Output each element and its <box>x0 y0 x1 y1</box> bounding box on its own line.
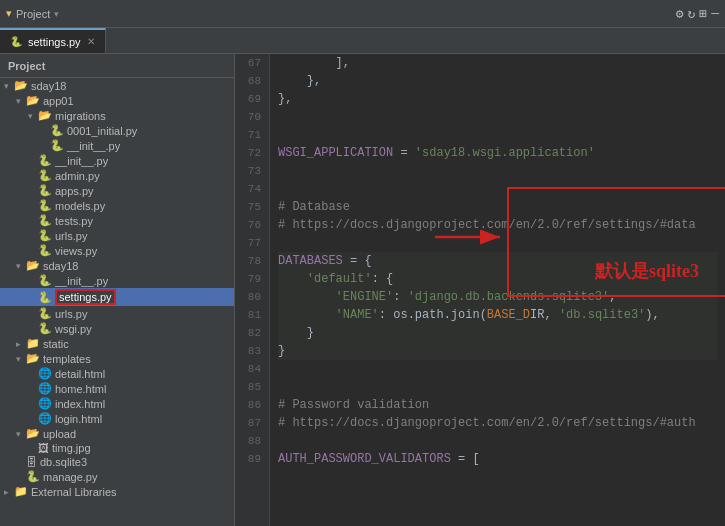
close-panel-icon[interactable]: — <box>711 6 719 22</box>
tab-settings-py[interactable]: 🐍 settings.py ✕ <box>0 28 106 53</box>
code-line: 'default': { <box>278 270 717 288</box>
tree-item-models[interactable]: 🐍models.py <box>0 198 234 213</box>
tree-file-icon: 🐍 <box>26 470 40 483</box>
line-number: 85 <box>243 378 261 396</box>
code-line: # https://docs.djangoproject.com/en/2.0/… <box>278 414 717 432</box>
sync-icon[interactable]: ↻ <box>688 6 696 22</box>
code-line: 'NAME': os.path.join(BASE_DIR, 'db.sqlit… <box>278 306 717 324</box>
tree-file-icon: 🗄 <box>26 456 37 468</box>
tree-file-icon: 🐍 <box>38 274 52 287</box>
code-area: 6768697071727374757677787980818283848586… <box>235 54 725 526</box>
dropdown-icon[interactable]: ▾ <box>54 9 59 19</box>
tree-file-icon: 📂 <box>26 259 40 272</box>
tree-item-wsgi[interactable]: 🐍wsgi.py <box>0 321 234 336</box>
line-numbers: 6768697071727374757677787980818283848586… <box>235 54 270 526</box>
tree-arrow: ▾ <box>16 261 26 271</box>
tree-file-icon: 📂 <box>26 94 40 107</box>
code-content[interactable]: ], },}, WSGI_APPLICATION = 'sday18.wsgi.… <box>270 54 725 526</box>
tree-item-label: timg.jpg <box>52 442 91 454</box>
line-number: 74 <box>243 180 261 198</box>
tree-file-icon: 🐍 <box>38 214 52 227</box>
tree-arrow: ▸ <box>4 487 14 497</box>
line-number: 76 <box>243 216 261 234</box>
tree-item-label: manage.py <box>43 471 97 483</box>
line-number: 78 <box>243 252 261 270</box>
tree-item-templates[interactable]: ▾📂templates <box>0 351 234 366</box>
tree-file-icon: 📂 <box>26 352 40 365</box>
line-number: 69 <box>243 90 261 108</box>
code-line <box>278 432 717 450</box>
tree-file-icon: 🐍 <box>38 229 52 242</box>
tree-item-tests[interactable]: 🐍tests.py <box>0 213 234 228</box>
tree-item-db-sqlite[interactable]: 🗄db.sqlite3 <box>0 455 234 469</box>
tree-item-label: 0001_initial.py <box>67 125 137 137</box>
tree-item-__init__s[interactable]: 🐍__init__.py <box>0 273 234 288</box>
tree-arrow: ▾ <box>16 354 26 364</box>
tree-file-icon: 📂 <box>38 109 52 122</box>
tree-item-migrations[interactable]: ▾📂migrations <box>0 108 234 123</box>
tree-item-label: tests.py <box>55 215 93 227</box>
tree-file-icon: 🐍 <box>38 291 52 304</box>
line-number: 77 <box>243 234 261 252</box>
tree-item-label: detail.html <box>55 368 105 380</box>
tree-file-icon: 🌐 <box>38 382 52 395</box>
tree-item-sday18-root[interactable]: ▾📂sday18 <box>0 78 234 93</box>
tree-file-icon: 🌐 <box>38 397 52 410</box>
tree-item-static[interactable]: ▸📁static <box>0 336 234 351</box>
code-line: 'ENGINE': 'django.db.backends.sqlite3', <box>278 288 717 306</box>
line-number: 84 <box>243 360 261 378</box>
tree-item-__init__m[interactable]: 🐍__init__.py <box>0 138 234 153</box>
tree-item-0001_initial[interactable]: 🐍0001_initial.py <box>0 123 234 138</box>
tree-file-icon: 📁 <box>14 485 28 498</box>
tree-file-icon: 🌐 <box>38 412 52 425</box>
tree-item-sday18-inner[interactable]: ▾📂sday18 <box>0 258 234 273</box>
tree-file-icon: 🐍 <box>50 139 64 152</box>
tree-arrow: ▾ <box>16 96 26 106</box>
settings-icon[interactable]: ⚙ <box>676 6 684 22</box>
tree-item-index[interactable]: 🌐index.html <box>0 396 234 411</box>
line-number: 73 <box>243 162 261 180</box>
line-number: 87 <box>243 414 261 432</box>
tree-file-icon: 🐍 <box>38 184 52 197</box>
tree-item-login[interactable]: 🌐login.html <box>0 411 234 426</box>
tree-item-app01[interactable]: ▾📂app01 <box>0 93 234 108</box>
tree-arrow: ▾ <box>28 111 38 121</box>
tab-label: settings.py <box>28 36 81 48</box>
tree-item-admin[interactable]: 🐍admin.py <box>0 168 234 183</box>
tree-item-home[interactable]: 🌐home.html <box>0 381 234 396</box>
tree-item-detail[interactable]: 🌐detail.html <box>0 366 234 381</box>
title-bar: ▾ Project ▾ ⚙ ↻ ⊞ — <box>0 0 725 28</box>
tree-item-label: views.py <box>55 245 97 257</box>
code-line <box>278 108 717 126</box>
tree-item-settings[interactable]: 🐍settings.py <box>0 288 234 306</box>
tree-item-label: admin.py <box>55 170 100 182</box>
tree-arrow: ▸ <box>16 339 26 349</box>
line-number: 80 <box>243 288 261 306</box>
tree-item-upload[interactable]: ▾📂upload <box>0 426 234 441</box>
tree-item-ext-lib[interactable]: ▸📁External Libraries <box>0 484 234 499</box>
tree-file-icon: 🐍 <box>38 199 52 212</box>
code-line: }, <box>278 90 717 108</box>
line-number: 89 <box>243 450 261 468</box>
tree-item-label: index.html <box>55 398 105 410</box>
tree-item-views[interactable]: 🐍views.py <box>0 243 234 258</box>
code-line <box>278 360 717 378</box>
tree-item-label: sday18 <box>43 260 78 272</box>
tree-item-apps[interactable]: 🐍apps.py <box>0 183 234 198</box>
tree-item-timg[interactable]: 🖼timg.jpg <box>0 441 234 455</box>
toolbar-icons: ⚙ ↻ ⊞ — <box>676 6 719 22</box>
tree-item-__init__app[interactable]: 🐍__init__.py <box>0 153 234 168</box>
tree-item-urls[interactable]: 🐍urls.py <box>0 228 234 243</box>
tree-file-icon: 📁 <box>26 337 40 350</box>
tree-item-label: login.html <box>55 413 102 425</box>
expand-icon[interactable]: ⊞ <box>699 6 707 22</box>
line-number: 72 <box>243 144 261 162</box>
tab-bar: 🐍 settings.py ✕ <box>0 28 725 54</box>
project-panel: Project ▾📂sday18▾📂app01▾📂migrations🐍0001… <box>0 54 235 526</box>
tree-file-icon: 🐍 <box>38 169 52 182</box>
tree-item-urls-s[interactable]: 🐍urls.py <box>0 306 234 321</box>
tree-item-manage[interactable]: 🐍manage.py <box>0 469 234 484</box>
title-bar-label: Project <box>16 8 50 20</box>
tree-item-label: __init__.py <box>67 140 120 152</box>
tab-close-icon[interactable]: ✕ <box>87 36 95 47</box>
